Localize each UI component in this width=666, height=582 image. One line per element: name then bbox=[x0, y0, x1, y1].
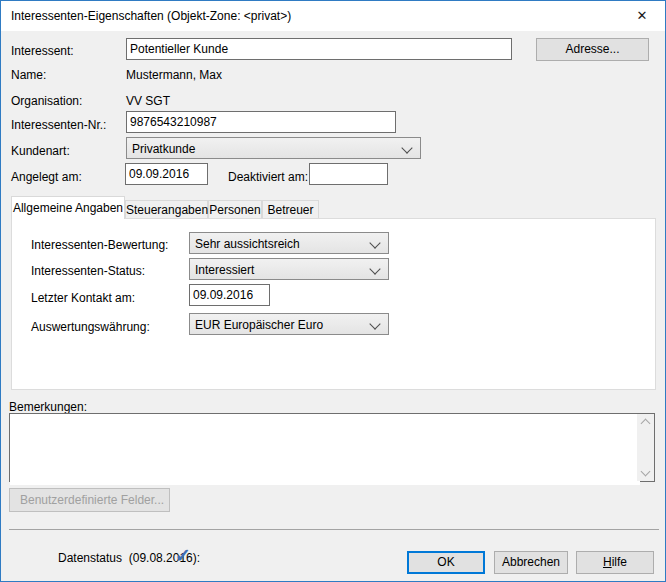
interessent-input[interactable] bbox=[126, 38, 512, 60]
benutzerdefinierte-felder-button: Benutzerdefinierte Felder... bbox=[9, 488, 170, 512]
interessenten-nr-input[interactable] bbox=[126, 111, 396, 133]
name-value: Mustermann, Max bbox=[126, 67, 222, 83]
interessent-label: Interessent: bbox=[11, 43, 74, 59]
help-button[interactable]: Hilfe bbox=[576, 551, 654, 574]
tab-personen[interactable]: Personen bbox=[208, 200, 262, 219]
bewertung-select[interactable]: Sehr aussichtsreich bbox=[189, 232, 389, 254]
scroll-up-icon[interactable] bbox=[641, 419, 651, 429]
dialog-title: Interessenten-Eigenschaften (Objekt-Zone… bbox=[11, 1, 291, 31]
kundenart-select[interactable]: Privatkunde bbox=[126, 137, 421, 159]
cancel-button[interactable]: Abbrechen bbox=[494, 551, 568, 574]
letzter-kontakt-label: Letzter Kontakt am: bbox=[31, 290, 135, 306]
deaktiviert-am-input[interactable] bbox=[309, 163, 388, 185]
chevron-down-icon bbox=[401, 142, 412, 153]
adresse-button[interactable]: Adresse... bbox=[536, 38, 649, 61]
organisation-label: Organisation: bbox=[11, 93, 82, 109]
tab-steuerangaben[interactable]: Steuerangaben bbox=[125, 200, 208, 219]
help-rest: ilfe bbox=[612, 555, 627, 569]
scroll-down-icon[interactable] bbox=[641, 467, 651, 477]
kundenart-value: Privatkunde bbox=[132, 141, 195, 157]
scrollbar[interactable] bbox=[637, 414, 654, 481]
ok-button[interactable]: OK bbox=[407, 551, 485, 574]
interessenten-nr-label: Interessenten-Nr.: bbox=[11, 117, 106, 133]
chevron-down-icon bbox=[369, 263, 380, 274]
divider bbox=[9, 529, 659, 530]
angelegt-am-input[interactable] bbox=[125, 163, 208, 185]
bewertung-label: Interessenten-Bewertung: bbox=[31, 237, 168, 253]
bewertung-value: Sehr aussichtsreich bbox=[195, 236, 300, 252]
status-value: Interessiert bbox=[195, 262, 254, 278]
deaktiviert-am-label: Deaktiviert am: bbox=[228, 169, 308, 185]
name-label: Name: bbox=[11, 67, 46, 83]
tab-allgemeine-angaben[interactable]: Allgemeine Angaben bbox=[11, 196, 125, 219]
check-icon: ✓ bbox=[175, 544, 191, 567]
waehrung-value: EUR Europäischer Euro bbox=[195, 317, 323, 333]
bemerkungen-field bbox=[9, 413, 655, 482]
organisation-value: VV SGT bbox=[126, 93, 170, 109]
tab-betreuer[interactable]: Betreuer bbox=[262, 200, 319, 219]
close-icon[interactable]: ✕ bbox=[633, 7, 651, 25]
status-label: Interessenten-Status: bbox=[31, 263, 145, 279]
chevron-down-icon bbox=[369, 318, 380, 329]
waehrung-select[interactable]: EUR Europäischer Euro bbox=[189, 313, 389, 335]
chevron-down-icon bbox=[369, 237, 380, 248]
interessenten-eigenschaften-dialog: Interessenten-Eigenschaften (Objekt-Zone… bbox=[0, 0, 666, 582]
titlebar: Interessenten-Eigenschaften (Objekt-Zone… bbox=[1, 1, 665, 31]
help-mnemonic: H bbox=[603, 555, 612, 569]
bemerkungen-textarea[interactable] bbox=[10, 414, 640, 485]
waehrung-label: Auswertungswährung: bbox=[31, 319, 150, 335]
angelegt-am-label: Angelegt am: bbox=[11, 169, 82, 185]
status-select[interactable]: Interessiert bbox=[189, 258, 389, 280]
kundenart-label: Kundenart: bbox=[11, 143, 70, 159]
letzter-kontakt-input[interactable] bbox=[189, 284, 270, 306]
